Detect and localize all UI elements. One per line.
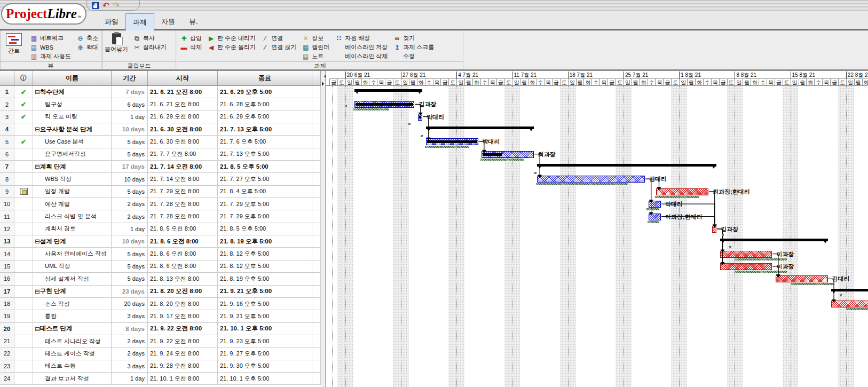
cell-row-number[interactable]: 12 bbox=[0, 223, 14, 235]
cell-duration[interactable]: 5 days bbox=[112, 260, 148, 273]
cell-start-date[interactable]: 21. 8. 6 오전 8:00 bbox=[148, 248, 218, 260]
save-icon[interactable] bbox=[92, 2, 99, 9]
cell-indicator[interactable] bbox=[14, 210, 33, 223]
cell-duration[interactable]: 3 days bbox=[112, 310, 148, 322]
cell-indicator[interactable] bbox=[14, 335, 33, 347]
clear-baseline-button[interactable]: 베이스라인 삭제 bbox=[332, 52, 390, 61]
cell-indicator[interactable] bbox=[14, 123, 33, 136]
cell-task-name[interactable]: 테스트 수행 bbox=[33, 360, 112, 373]
cell-task-name[interactable]: 착수단계 bbox=[33, 86, 112, 98]
cell-indicator[interactable] bbox=[14, 360, 33, 373]
cell-duration[interactable]: 23 days bbox=[112, 286, 148, 298]
cell-task-name[interactable]: 리스크 식별 및 분석 bbox=[33, 210, 112, 223]
cell-duration[interactable]: 2 days bbox=[112, 335, 148, 347]
cell-indicator[interactable] bbox=[14, 148, 33, 161]
cell-end-date[interactable]: 21. 7. 29 오후 5:00 bbox=[218, 210, 312, 223]
cell-task-name[interactable]: 요구사항 분석 단계 bbox=[33, 123, 112, 136]
cell-indicator[interactable] bbox=[14, 273, 33, 285]
cell-duration[interactable]: 5 days bbox=[112, 186, 148, 198]
tab-resource[interactable]: 자원 bbox=[154, 13, 182, 30]
assign-resources-button[interactable]: ∷자원 배정 bbox=[332, 34, 390, 43]
cell-task-name[interactable]: 일정 개발 bbox=[33, 186, 112, 198]
cell-duration[interactable]: 5 days bbox=[112, 148, 148, 161]
cell-start-date[interactable]: 21. 6. 29 오전 8:00 bbox=[148, 111, 218, 123]
cell-indicator[interactable] bbox=[14, 173, 33, 185]
cell-row-number[interactable]: 11 bbox=[0, 210, 14, 223]
cell-end-date[interactable]: 21. 7. 6 오후 5:00 bbox=[218, 136, 312, 148]
cell-start-date[interactable]: 21. 7. 28 오전 8:00 bbox=[148, 210, 218, 223]
cell-row-number[interactable]: 9 bbox=[0, 186, 14, 198]
cell-duration[interactable]: 7 days bbox=[112, 86, 148, 98]
column-header-start[interactable]: 시작 bbox=[148, 71, 218, 86]
cell-start-date[interactable]: 21. 6. 30 오전 8:00 bbox=[148, 123, 218, 136]
cell-row-number[interactable]: 22 bbox=[0, 347, 14, 360]
column-header-duration[interactable]: 기간 bbox=[112, 71, 148, 86]
cell-duration[interactable]: 3 days bbox=[112, 360, 148, 373]
cell-row-number[interactable]: 8 bbox=[0, 173, 14, 185]
save-baseline-button[interactable]: 베이스라인 저장 bbox=[332, 43, 390, 52]
cell-end-date[interactable]: 21. 9. 16 오후 5:00 bbox=[218, 298, 312, 310]
cell-end-date[interactable]: 21. 6. 29 오후 5:00 bbox=[218, 86, 312, 98]
cell-start-date[interactable]: 21. 9. 17 오전 8:00 bbox=[148, 310, 218, 322]
cell-end-date[interactable]: 21. 9. 27 오후 5:00 bbox=[218, 347, 312, 360]
cell-indicator[interactable] bbox=[14, 235, 33, 248]
column-header-filler[interactable] bbox=[312, 71, 321, 86]
cell-duration[interactable]: 5 days bbox=[112, 248, 148, 260]
cell-task-name[interactable]: Use Case 분석 bbox=[33, 136, 112, 148]
cell-row-number[interactable]: 10 bbox=[0, 198, 14, 210]
cell-start-date[interactable]: 21. 7. 29 오전 8:00 bbox=[148, 186, 218, 198]
cell-row-number[interactable]: 4 bbox=[0, 123, 14, 136]
cell-task-name[interactable]: UML 작성 bbox=[33, 260, 112, 273]
cell-end-date[interactable]: 21. 6. 29 오후 5:00 bbox=[218, 111, 312, 123]
cell-start-date[interactable]: 21. 7. 14 오전 8:00 bbox=[148, 161, 218, 173]
cell-start-date[interactable]: 21. 8. 20 오전 8:00 bbox=[148, 286, 218, 298]
cell-start-date[interactable]: 21. 8. 20 오전 8:00 bbox=[148, 298, 218, 310]
cell-row-number[interactable]: 14 bbox=[0, 248, 14, 260]
cell-duration[interactable]: 5 days bbox=[112, 273, 148, 285]
cell-indicator[interactable] bbox=[14, 161, 33, 173]
cell-duration[interactable]: 1 day bbox=[112, 373, 148, 385]
cell-end-date[interactable]: 21. 8. 5 오후 5:00 bbox=[218, 161, 312, 173]
cell-row-number[interactable]: 24 bbox=[0, 373, 14, 385]
cell-task-name[interactable]: 예산 개발 bbox=[33, 198, 112, 210]
cell-start-date[interactable]: 21. 8. 6 오전 8:00 bbox=[148, 260, 218, 273]
cell-duration[interactable]: 10 days bbox=[112, 123, 148, 136]
cell-start-date[interactable]: 21. 9. 22 오전 8:00 bbox=[148, 323, 218, 335]
cell-indicator[interactable] bbox=[14, 286, 33, 298]
cell-task-name[interactable]: 테스트 단계 bbox=[33, 323, 112, 335]
unlink-button[interactable]: ⁄연결 끊기 bbox=[258, 43, 299, 52]
delete-button[interactable]: ▬삭제 bbox=[177, 43, 204, 52]
calendar-button[interactable]: ▦캘린더 bbox=[299, 43, 332, 52]
cell-end-date[interactable]: 21. 10. 1 오후 5:00 bbox=[218, 323, 312, 335]
cell-duration[interactable]: 1 day bbox=[112, 111, 148, 123]
undo-icon[interactable]: ↶ bbox=[102, 2, 109, 9]
cell-end-date[interactable]: 21. 9. 23 오후 5:00 bbox=[218, 335, 312, 347]
gantt-button[interactable]: 간트 bbox=[1, 31, 27, 55]
cell-task-name[interactable]: 계획 단계 bbox=[33, 161, 112, 173]
modify-button[interactable]: 수정 bbox=[390, 52, 437, 61]
cell-task-name[interactable]: 소스 작성 bbox=[33, 298, 112, 310]
cell-duration[interactable]: 8 days bbox=[112, 323, 148, 335]
cell-task-name[interactable]: 상세 설계서 작성 bbox=[33, 273, 112, 285]
cell-start-date[interactable]: 21. 6. 30 오전 8:00 bbox=[148, 136, 218, 148]
cell-start-date[interactable]: 21. 10. 1 오전 8:00 bbox=[148, 373, 218, 385]
cell-task-name[interactable]: WBS 작성 bbox=[33, 173, 112, 185]
cell-task-name[interactable]: 통합 bbox=[33, 310, 112, 322]
cell-indicator[interactable]: ✔ bbox=[14, 98, 33, 110]
tab-task[interactable]: 과제 bbox=[125, 13, 154, 30]
cell-start-date[interactable]: 21. 7. 7 오전 8:00 bbox=[148, 148, 218, 161]
cell-end-date[interactable]: 21. 6. 28 오후 5:00 bbox=[218, 98, 312, 110]
cell-row-number[interactable]: 20 bbox=[0, 323, 14, 335]
cell-duration[interactable]: 2 days bbox=[112, 210, 148, 223]
wbs-button[interactable]: ▤WBS bbox=[27, 43, 74, 52]
column-header-name[interactable]: 이름 bbox=[33, 71, 112, 86]
cell-row-number[interactable]: 19 bbox=[0, 310, 14, 322]
cell-indicator[interactable] bbox=[14, 298, 33, 310]
cell-task-name[interactable]: 팀구성 bbox=[33, 98, 112, 110]
column-header-indicator[interactable]: ⓘ bbox=[14, 71, 33, 86]
cell-start-date[interactable]: 21. 7. 28 오전 8:00 bbox=[148, 198, 218, 210]
cell-end-date[interactable]: 21. 9. 21 오후 5:00 bbox=[218, 286, 312, 298]
zoom-out-button[interactable]: ⊖축소 bbox=[74, 34, 101, 43]
link-button[interactable]: ⁄연결 bbox=[258, 34, 299, 43]
cell-start-date[interactable]: 21. 6. 21 오전 8:00 bbox=[148, 86, 218, 98]
